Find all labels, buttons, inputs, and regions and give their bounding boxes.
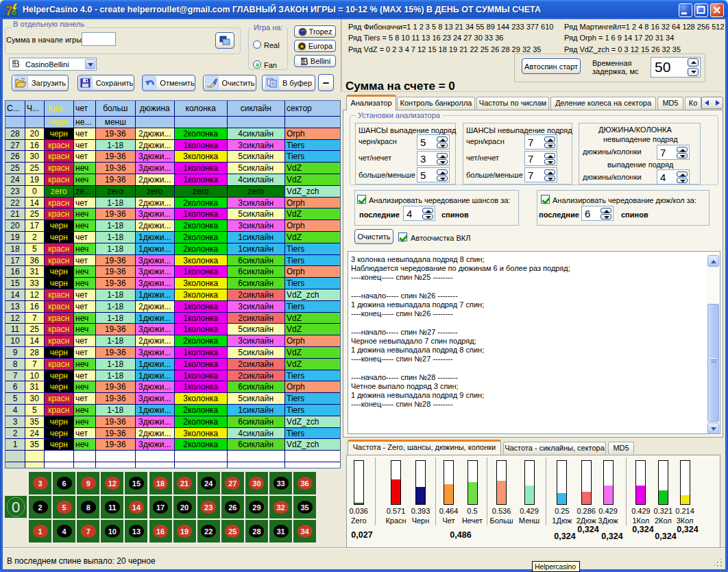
svg-text:0: 0 [12, 499, 20, 516]
